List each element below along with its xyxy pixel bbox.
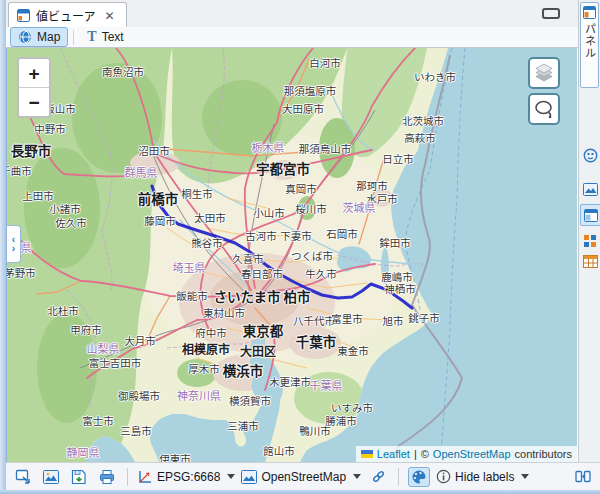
toolbar-separator <box>73 30 74 45</box>
window-left-edge <box>0 0 7 494</box>
view-toolbar: Map T Text <box>6 27 578 48</box>
save-image-button[interactable] <box>68 467 90 487</box>
zoom-out-button[interactable]: − <box>19 88 49 116</box>
smiley-icon <box>583 148 598 163</box>
link-icon <box>371 469 386 484</box>
value-viewer-window: 値ビューア ✕ Map T Text <box>0 0 600 494</box>
map-attribution: Leaflet | © OpenStreetMap contributors <box>356 446 577 462</box>
text-view-icon: T <box>87 31 96 43</box>
attribution-copyright: © <box>421 448 429 460</box>
tab-close-icon[interactable]: ✕ <box>102 9 118 23</box>
palette-button[interactable] <box>408 467 430 487</box>
crs-value: EPSG:6668 <box>157 470 220 484</box>
attribution-contributors: contributors <box>515 448 572 460</box>
ukraine-flag-icon <box>361 450 373 458</box>
map-view-label: Map <box>37 30 60 44</box>
zoom-control: + − <box>17 57 51 118</box>
lasso-button[interactable] <box>528 93 560 125</box>
globe-icon <box>18 30 32 44</box>
map-canvas[interactable] <box>7 48 577 462</box>
save-icon <box>71 469 87 485</box>
panel-tab-icon <box>583 6 596 19</box>
status-bar: EPSG:6668 OpenStreetMap <box>6 462 600 490</box>
table-panel-button[interactable] <box>581 252 599 270</box>
crs-axes-icon <box>137 469 153 485</box>
viewer-panel-icon <box>584 209 598 222</box>
tab-value-viewer[interactable]: 値ビューア ✕ <box>8 2 127 28</box>
chevron-right-icon: › <box>12 244 15 253</box>
panel-layout-button[interactable] <box>572 467 594 487</box>
basemap-value: OpenStreetMap <box>261 470 346 484</box>
panel-tab[interactable]: パネル <box>580 2 599 88</box>
open-in-window-icon <box>15 469 31 485</box>
table-icon <box>583 255 598 268</box>
zoom-in-button[interactable]: + <box>19 59 49 88</box>
right-panel-bar: パネル <box>578 0 600 490</box>
open-in-window-button[interactable] <box>12 467 34 487</box>
labels-toggle[interactable]: Hide labels <box>436 469 529 484</box>
grid-icon <box>583 234 597 248</box>
map-view-button[interactable]: Map <box>10 27 68 47</box>
image-panel-button[interactable] <box>581 180 599 198</box>
tab-title: 値ビューア <box>36 7 96 24</box>
panel-layout-icon <box>575 469 591 484</box>
leaflet-link[interactable]: Leaflet <box>377 448 410 460</box>
tab-bar: 値ビューア ✕ <box>6 0 578 28</box>
basemap-dropdown-caret <box>353 474 361 479</box>
image-export-button[interactable] <box>40 467 62 487</box>
layers-icon <box>532 61 556 85</box>
attribution-separator: | <box>414 448 417 460</box>
smiley-panel-button[interactable] <box>581 146 599 164</box>
window-bottom-edge <box>0 490 600 494</box>
crs-dropdown-caret <box>227 474 235 479</box>
panel-tab-label: パネル <box>582 23 598 59</box>
printer-icon <box>99 469 115 485</box>
palette-icon <box>411 469 427 485</box>
viewer-panel-button[interactable] <box>580 204 600 226</box>
info-icon <box>436 469 451 484</box>
grid-panel-button[interactable] <box>581 232 599 250</box>
float-window-button[interactable] <box>542 8 560 19</box>
panel-expand-handle[interactable]: ‹ › <box>7 225 21 263</box>
labels-dropdown-caret <box>521 474 529 479</box>
statusbar-separator <box>127 468 128 486</box>
image-icon <box>583 183 598 196</box>
osm-link[interactable]: OpenStreetMap <box>433 448 511 460</box>
crs-selector[interactable]: EPSG:6668 <box>137 469 235 485</box>
text-view-button[interactable]: T Text <box>79 27 131 47</box>
print-button[interactable] <box>96 467 118 487</box>
statusbar-separator <box>398 468 399 486</box>
labels-toggle-label: Hide labels <box>455 470 514 484</box>
layers-button[interactable] <box>528 57 560 89</box>
map-viewport[interactable]: 長野市宇都宮市前橋市さいたま市柏市東京都千葉市横浜市相模原市大田区飯山市中野市千… <box>7 48 577 462</box>
image-icon <box>43 470 59 484</box>
basemap-icon <box>241 470 257 484</box>
viewer-tab-icon <box>17 9 30 22</box>
basemap-selector[interactable]: OpenStreetMap <box>241 470 361 484</box>
lasso-icon <box>532 97 556 121</box>
text-view-label: Text <box>102 30 124 44</box>
link-button[interactable] <box>367 467 389 487</box>
